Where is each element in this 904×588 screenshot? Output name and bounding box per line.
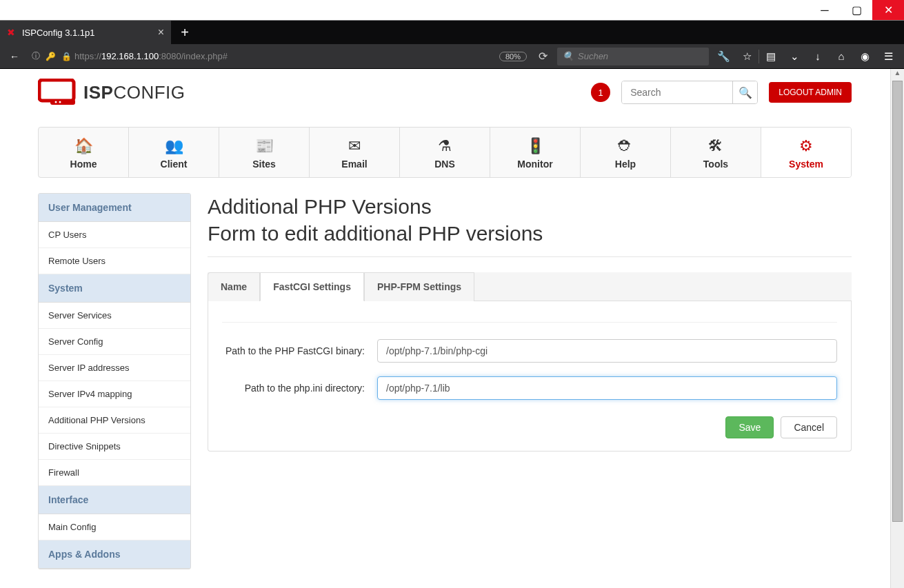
zoom-badge[interactable]: 80% [499, 52, 527, 61]
menu-icon[interactable]: ☰ [876, 50, 900, 63]
downloads-icon[interactable]: ↓ [806, 50, 830, 62]
input-phpini-dir[interactable] [377, 376, 837, 400]
url-text: https://192.168.1.100:8080/index.php# [74, 51, 228, 61]
browser-tab[interactable]: ✖ ISPConfig 3.1.1p1 × [0, 21, 171, 44]
svg-rect-0 [39, 80, 74, 101]
vertical-scrollbar[interactable]: ▲ [890, 69, 904, 588]
logo-text: ISPCONFIG [83, 82, 185, 103]
browser-tabstrip: ✖ ISPConfig 3.1.1p1 × + [0, 21, 904, 44]
svg-point-2 [55, 101, 57, 103]
tab-close-icon[interactable]: × [158, 26, 164, 39]
pocket-icon[interactable]: ⌄ [783, 50, 806, 63]
devtools-icon[interactable]: 🔧 [712, 50, 735, 63]
find-placeholder: Suchen [578, 51, 608, 61]
bookmark-icon[interactable]: ☆ [735, 50, 759, 63]
new-tab-button[interactable]: + [171, 21, 199, 44]
home-icon[interactable]: ⌂ [830, 50, 853, 62]
logo[interactable]: ISPCONFIG [38, 79, 185, 106]
sidebar-item-server-services[interactable]: Server Services [39, 303, 190, 329]
nav-email[interactable]: ✉Email [310, 128, 400, 177]
page-title: Additional PHP Versions Form to edit add… [208, 193, 852, 247]
search-group: 🔍 [621, 81, 758, 104]
sidebar-item-server-config[interactable]: Server Config [39, 329, 190, 355]
reload-button[interactable]: ⟳ [531, 50, 554, 63]
help-icon: ⛑ [581, 137, 670, 154]
dns-icon: ⚗ [400, 137, 490, 154]
logout-button[interactable]: LOGOUT ADMIN [769, 82, 852, 103]
sidebar-item-server-ip[interactable]: Server IP addresses [39, 355, 190, 381]
tools-icon: 🛠 [671, 137, 761, 154]
nav-system[interactable]: ⚙System [761, 128, 851, 177]
address-bar[interactable]: ⓘ 🔑 🔒 https://192.168.1.100:8080/index.p… [28, 47, 528, 66]
divider [208, 256, 852, 257]
sidebar: User Management CP Users Remote Users Sy… [38, 193, 191, 569]
tab-phpfpm-settings[interactable]: PHP-FPM Settings [364, 272, 474, 301]
main-content: Additional PHP Versions Form to edit add… [208, 193, 852, 569]
search-button[interactable]: 🔍 [732, 81, 757, 103]
tab-fastcgi-settings[interactable]: FastCGI Settings [260, 272, 364, 301]
row-fastcgi-binary: Path to the PHP FastCGI binary: [222, 339, 837, 363]
nav-help[interactable]: ⛑Help [581, 128, 671, 177]
library-icon[interactable]: ▤ [759, 50, 783, 63]
sidebar-item-firewall[interactable]: Firewall [39, 460, 190, 486]
search-icon: 🔍 [739, 86, 752, 99]
sites-icon: 📰 [219, 137, 309, 154]
nav-sites[interactable]: 📰Sites [219, 128, 310, 177]
monitor-icon: 🚦 [490, 137, 580, 154]
sidebar-group-apps-addons: Apps & Addons [39, 540, 190, 569]
browser-toolbar: ← ⓘ 🔑 🔒 https://192.168.1.100:8080/index… [0, 44, 904, 69]
sidebar-group-system: System [39, 274, 190, 303]
form-actions: Save Cancel [222, 416, 837, 438]
row-phpini-dir: Path to the php.ini directory: [222, 376, 837, 400]
sidebar-item-ipv4-mapping[interactable]: Server IPv4 mapping [39, 381, 190, 407]
svg-point-3 [59, 101, 61, 103]
nav-tools[interactable]: 🛠Tools [671, 128, 761, 177]
window-titlebar: ─ ▢ ✕ [0, 0, 904, 21]
window-maximize[interactable]: ▢ [841, 0, 872, 20]
tab-favicon-icon: ✖ [7, 27, 15, 38]
back-button[interactable]: ← [4, 46, 25, 67]
nav-client[interactable]: 👥Client [129, 128, 219, 177]
email-icon: ✉ [310, 137, 399, 154]
tab-title: ISPConfig 3.1.1p1 [22, 28, 95, 38]
label-fastcgi-binary: Path to the PHP FastCGI binary: [222, 345, 377, 356]
sidebar-item-directive-snippets[interactable]: Directive Snippets [39, 434, 190, 460]
sidebar-item-cp-users[interactable]: CP Users [39, 222, 190, 248]
svg-rect-1 [50, 99, 75, 105]
window-minimize[interactable]: ─ [809, 0, 841, 20]
shield-icon[interactable]: ◉ [853, 50, 876, 63]
search-input[interactable] [622, 81, 732, 103]
notification-badge[interactable]: 1 [591, 83, 610, 102]
sidebar-item-remote-users[interactable]: Remote Users [39, 248, 190, 274]
home-icon: 🏠 [39, 137, 128, 154]
tab-name[interactable]: Name [208, 272, 260, 301]
window-close[interactable]: ✕ [872, 0, 904, 20]
client-icon: 👥 [129, 137, 219, 154]
lock-warning-icon: 🔒 [61, 52, 72, 61]
find-box[interactable]: 🔍 Suchen [557, 48, 709, 65]
cancel-button[interactable]: Cancel [781, 416, 837, 438]
label-phpini-dir: Path to the php.ini directory: [222, 383, 377, 394]
save-button[interactable]: Save [725, 416, 774, 438]
sidebar-group-user-management: User Management [39, 194, 190, 222]
nav-home[interactable]: 🏠Home [39, 128, 129, 177]
form-panel: Path to the PHP FastCGI binary: Path to … [208, 301, 852, 452]
search-icon: 🔍 [563, 51, 574, 61]
app-header: ISPCONFIG 1 🔍 LOGOUT ADMIN [38, 79, 852, 106]
nav-dns[interactable]: ⚗DNS [400, 128, 490, 177]
form-tabs: Name FastCGI Settings PHP-FPM Settings [208, 272, 852, 301]
sidebar-group-interface: Interface [39, 486, 190, 514]
logo-icon [38, 79, 77, 106]
sidebar-item-main-config[interactable]: Main Config [39, 514, 190, 540]
key-icon: 🔑 [46, 52, 56, 61]
nav-monitor[interactable]: 🚦Monitor [490, 128, 581, 177]
input-fastcgi-binary[interactable] [377, 339, 837, 363]
toolbar-icons: 🔧 ☆ ▤ ⌄ ↓ ⌂ ◉ ☰ [712, 50, 900, 63]
sidebar-item-additional-php[interactable]: Additional PHP Versions [39, 407, 190, 434]
main-nav: 🏠Home 👥Client 📰Sites ✉Email ⚗DNS 🚦Monito… [38, 127, 852, 178]
gear-icon: ⚙ [761, 137, 851, 154]
info-icon: ⓘ [32, 50, 40, 62]
